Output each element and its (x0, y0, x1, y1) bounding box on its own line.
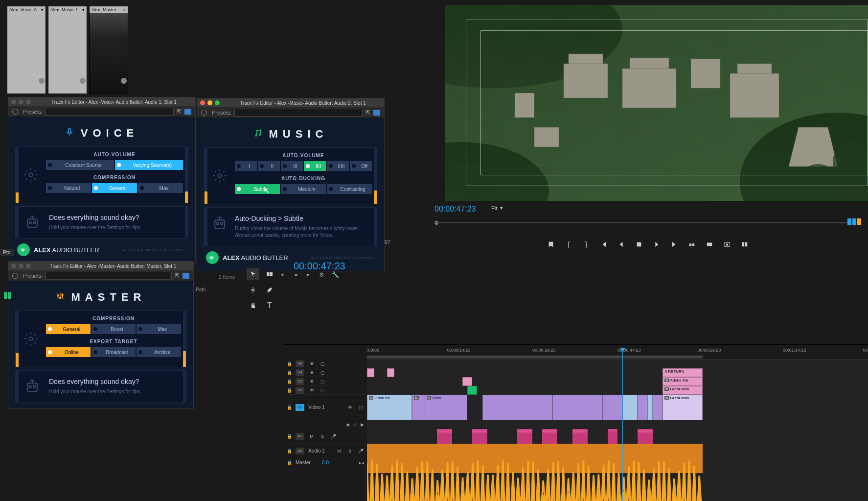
mute-toggle[interactable]: M (336, 449, 343, 453)
go-to-in-btn[interactable] (598, 239, 609, 250)
segment-general[interactable]: General (92, 183, 137, 193)
segment-online[interactable]: Online (46, 347, 91, 357)
pen-tool[interactable] (263, 284, 276, 296)
lock-icon[interactable]: 🔒 (287, 460, 292, 465)
lock-icon[interactable]: 🔒 (287, 434, 292, 439)
audio-clip[interactable] (608, 429, 617, 444)
track-header-row[interactable]: 🔒V1Video 1👁▢ (284, 395, 367, 420)
segment-ii[interactable]: II (258, 161, 280, 171)
play-stop-btn[interactable] (634, 239, 644, 250)
timeline-clip[interactable] (552, 395, 602, 420)
timeline-clip[interactable] (602, 395, 622, 420)
next-keyframe-icon[interactable]: ▶ (361, 422, 364, 427)
sync-lock-icon[interactable]: ▢ (319, 388, 326, 393)
toggle-output-icon[interactable]: 👁 (308, 388, 315, 393)
pin-icon[interactable]: ⇱ (365, 109, 370, 116)
window-titlebar[interactable]: Track Fx Editor - Alex -Music- Audio But… (197, 98, 384, 107)
lock-icon[interactable]: 🔒 (287, 379, 292, 384)
track-header-row[interactable]: 🔒V3👁▢ (284, 377, 367, 386)
close-window-icon[interactable] (200, 100, 205, 105)
step-back-btn[interactable] (616, 239, 627, 250)
lock-icon[interactable]: 🔒 (287, 361, 292, 366)
toggle-output-icon[interactable]: 👁 (308, 370, 315, 375)
segment-medium[interactable]: Medium (281, 184, 326, 194)
segment-broadcast[interactable]: Broadcast (91, 347, 136, 357)
marker-icon[interactable]: ▾ (306, 271, 314, 279)
export-frame-btn[interactable] (722, 239, 732, 250)
add-keyframe-icon[interactable]: ◇ (353, 422, 357, 427)
settings-icon[interactable]: ⚙ (319, 271, 327, 279)
audio-clip[interactable] (638, 429, 653, 444)
pin-icon[interactable]: ⇱ (175, 272, 180, 279)
lift-btn[interactable] (686, 239, 697, 250)
timeline-clip[interactable] (367, 368, 374, 377)
window-mode-icon[interactable] (183, 273, 189, 279)
track-target-toggle[interactable]: V3 (296, 378, 304, 385)
timeline-ruler[interactable]: :00:0000:00:14:2300:00:29:2300:00:44:230… (367, 348, 868, 359)
mute-toggle[interactable]: M (308, 434, 315, 439)
track-header-row[interactable]: 🔒A2Audio 2MS🎤 (284, 444, 367, 458)
segment-boost[interactable]: Boost (91, 324, 136, 334)
track-target-toggle[interactable]: V2 (296, 387, 304, 394)
type-tool[interactable]: T (263, 300, 276, 311)
audio-clip[interactable] (472, 429, 487, 444)
lock-icon[interactable]: 🔒 (287, 370, 292, 375)
segment-max[interactable]: Max (137, 324, 181, 334)
out-point-btn[interactable]: } (581, 239, 592, 250)
window-titlebar[interactable]: Track Fx Editor - Alex -Master- Audio Bu… (8, 262, 193, 270)
wrench-icon[interactable]: 🔧 (332, 271, 340, 279)
timeline-clip[interactable] (647, 395, 652, 420)
gear-icon[interactable] (21, 167, 41, 182)
track-target-toggle[interactable]: A2 (296, 448, 304, 454)
timeline-clips-area[interactable]: A RETURNfxAdobe MafxGreat vistafxGreat f… (367, 359, 868, 501)
segment-archive[interactable]: Archive (137, 347, 181, 357)
toggle-output-icon[interactable]: 👁 (346, 405, 353, 410)
timeline-clip[interactable] (638, 395, 647, 420)
timeline-clip[interactable] (653, 395, 662, 420)
close-icon[interactable]: × (123, 7, 126, 12)
mixer-track-master[interactable]: Alex -Master-× (89, 6, 128, 94)
flag-icon[interactable]: ▸◂ (359, 460, 364, 465)
fx-indicator-icon[interactable] (121, 78, 127, 84)
hand-tool[interactable] (247, 300, 259, 311)
close-icon[interactable]: ▾ (82, 7, 85, 12)
monitor-zoom-select[interactable]: Fit▾ (491, 205, 503, 211)
sync-lock-icon[interactable]: ▢ (357, 405, 364, 410)
go-to-out-btn[interactable] (669, 239, 680, 250)
comparison-btn[interactable] (739, 239, 750, 250)
fx-indicator-icon[interactable] (39, 78, 45, 84)
window-mode-icon[interactable] (184, 109, 191, 115)
timeline-clip[interactable] (387, 368, 394, 377)
window-mode-icon[interactable] (373, 110, 380, 116)
mixer-track-music[interactable]: Alex -Music- /▾ (48, 6, 87, 94)
timeline-clip[interactable] (462, 377, 472, 386)
fx-indicator-icon[interactable] (80, 78, 86, 84)
timeline-clip[interactable]: fxAdobe Ma (662, 377, 703, 386)
audio-clip[interactable] (437, 429, 452, 444)
timeline-clip[interactable]: fxVista (425, 395, 467, 420)
sync-lock-icon[interactable]: ▢ (319, 370, 326, 375)
selection-tool[interactable] (247, 268, 259, 280)
audio-clip[interactable] (367, 444, 703, 458)
step-forward-btn[interactable] (651, 239, 662, 250)
track-target-toggle[interactable]: V1 (296, 404, 304, 411)
segment-subtle[interactable]: Subtle (235, 184, 280, 194)
snap-icon[interactable]: ⌖ (281, 271, 289, 279)
voice-over-icon[interactable]: 🎤 (357, 449, 364, 453)
extract-btn[interactable] (704, 239, 715, 250)
gear-icon[interactable] (209, 168, 230, 183)
segment-iiiii[interactable]: IIIII (327, 161, 349, 171)
pin-icon[interactable]: ⇱ (177, 108, 182, 115)
track-header-row[interactable]: 🔒A1MS🎤 (284, 429, 367, 444)
track-header-row[interactable]: 🔒V4👁▢ (284, 368, 367, 377)
audio-clip[interactable] (517, 429, 532, 444)
monitor-scrubber[interactable] (434, 220, 861, 225)
timeline-timecode[interactable]: 00:00:47:23 (294, 261, 345, 272)
power-icon[interactable] (12, 273, 18, 279)
close-icon[interactable]: ▾ (41, 7, 44, 12)
preset-dropdown[interactable] (46, 108, 174, 116)
gear-icon[interactable] (21, 332, 41, 346)
segment-contrasting[interactable]: Contrasting (327, 184, 372, 194)
toggle-output-icon[interactable]: 👁 (308, 361, 315, 366)
sync-lock-icon[interactable]: ▢ (319, 379, 326, 384)
